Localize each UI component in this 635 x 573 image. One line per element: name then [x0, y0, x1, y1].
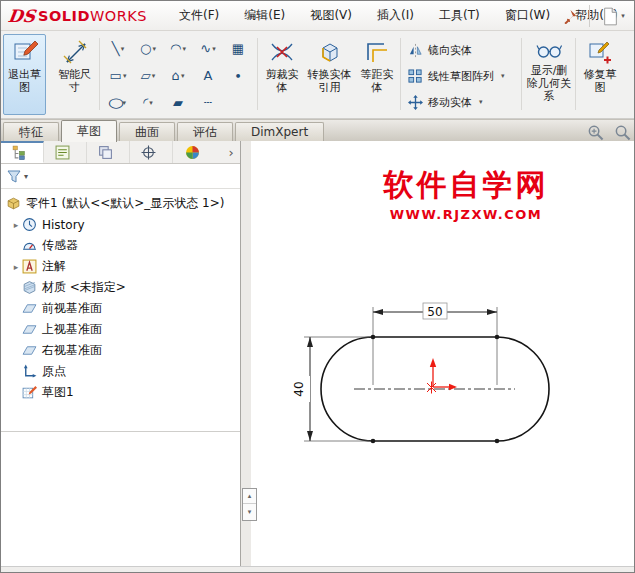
dropdown-caret[interactable]: ▾	[123, 72, 127, 80]
dimension-50[interactable]: 50	[373, 303, 497, 319]
plane-tool-button[interactable]: ▰	[163, 90, 193, 115]
display-delete-relations-button[interactable]: 显示/删除几何关系	[525, 34, 573, 115]
featuremanager-tab[interactable]	[1, 141, 44, 163]
zoom-fit-button[interactable]	[613, 123, 631, 141]
centerline-icon: ┄	[204, 95, 212, 110]
solidworks-logo: DS SOLID WORKS	[8, 5, 147, 27]
rectangle-tool-button[interactable]: ▭▾	[103, 63, 133, 88]
panel-tab-overflow-button[interactable]: ›	[222, 141, 240, 163]
pin-menu-button[interactable]	[559, 6, 579, 26]
tree-item-label: 前视基准面	[42, 300, 102, 317]
plane-icon	[22, 343, 37, 358]
mirror-entities-button[interactable]: 镜向实体	[403, 38, 477, 62]
offset-entities-button[interactable]: 等距实体	[357, 34, 397, 115]
expander-icon[interactable]: ▸	[10, 220, 22, 230]
convert-entities-label: 转换实体引用	[307, 68, 352, 94]
dropdown-caret[interactable]: ▾	[152, 72, 156, 80]
dimxpertmanager-tab[interactable]	[130, 141, 173, 163]
tree-root-part[interactable]: 零件1 (默认<<默认>_显示状态 1>)	[1, 193, 240, 214]
tree-item-history[interactable]: ▸ History	[1, 214, 240, 235]
menu-file[interactable]: 文件(F)	[169, 1, 229, 30]
propertymanager-tab[interactable]	[44, 141, 87, 163]
feature-manager-panel: › ▾ 零件1 (默认<<默认>_显示状态 1>) ▸	[1, 141, 241, 566]
sketch-picture-tool-button[interactable]: ▦	[223, 36, 253, 61]
display-color-wheel-icon	[185, 145, 200, 160]
dropdown-caret[interactable]: ▾	[479, 98, 483, 106]
tree-item-origin[interactable]: 原点	[1, 361, 240, 382]
dropdown-caret[interactable]: ▾	[501, 72, 505, 80]
spline-tool-button[interactable]: ∿▾	[193, 36, 223, 61]
splitter-up-button[interactable]: ▴	[243, 489, 256, 504]
new-document-button[interactable]: ▾	[597, 4, 631, 28]
tab-features[interactable]: 特征	[3, 122, 59, 142]
zoom-to-area-icon	[587, 124, 604, 141]
expander-icon[interactable]: ▸	[10, 262, 22, 272]
filter-dropdown-caret[interactable]: ▾	[24, 172, 28, 181]
plane-icon	[22, 322, 37, 337]
tree-item-annotations[interactable]: ▸ 注解	[1, 256, 240, 277]
dropdown-caret[interactable]: ▾	[152, 45, 156, 53]
point-tool-button[interactable]: ∙	[223, 63, 253, 88]
splitter-down-button[interactable]: ▾	[243, 504, 256, 519]
line-tool-button[interactable]: ╲▾	[103, 36, 133, 61]
featuremanager-tree-icon	[12, 145, 27, 160]
slot-icon: ▱	[141, 68, 151, 83]
configurationmanager-tab[interactable]	[87, 141, 130, 163]
tab-dimxpert[interactable]: DimXpert	[235, 122, 324, 142]
graphics-area[interactable]: 软件自学网 WWW.RJZXW.COM	[251, 141, 635, 566]
dimension-50-value[interactable]: 50	[427, 305, 442, 319]
convert-entities-button[interactable]: 转换实体引用	[306, 34, 353, 115]
ribbon-separator	[257, 38, 258, 110]
exit-sketch-button[interactable]: 退出草图	[3, 34, 46, 115]
centerline-tool-button[interactable]: ┄	[193, 90, 223, 115]
tree-item-top-plane[interactable]: 上视基准面	[1, 319, 240, 340]
menu-view[interactable]: 视图(V)	[300, 1, 362, 30]
dimension-40-value[interactable]: 40	[292, 381, 306, 396]
tree-item-label: 传感器	[42, 237, 78, 254]
part-icon	[6, 196, 21, 211]
tree-item-label: 草图1	[42, 384, 74, 401]
repair-sketch-label: 修复草图	[580, 68, 620, 94]
ellipse-tool-button[interactable]: ○▾	[103, 90, 133, 115]
dropdown-caret[interactable]: ▾	[181, 72, 185, 80]
move-entities-button[interactable]: 移动实体 ▾	[403, 90, 488, 114]
tab-surfaces[interactable]: 曲面	[119, 122, 175, 142]
plane-icon: ▰	[173, 95, 183, 110]
fillet-tool-button[interactable]: ◜▾	[133, 90, 163, 115]
displaymanager-tab[interactable]	[173, 141, 216, 163]
dropdown-caret[interactable]: ▾	[212, 45, 216, 53]
menu-bar: DS SOLID WORKS 文件(F) 编辑(E) 视图(V) 插入(I) 工…	[1, 1, 635, 31]
smart-dimension-button[interactable]: 智能尺寸	[53, 34, 96, 115]
sketch-origin[interactable]	[427, 358, 457, 394]
tab-evaluate[interactable]: 评估	[177, 122, 233, 142]
sketch-icon	[22, 385, 37, 400]
linear-sketch-pattern-button[interactable]: 线性草图阵列 ▾	[403, 64, 510, 88]
text-tool-button[interactable]: A	[193, 63, 223, 88]
menu-tools[interactable]: 工具(T)	[429, 1, 490, 30]
relations-eyeglasses-icon	[536, 39, 562, 61]
dropdown-caret[interactable]: ▾	[182, 45, 186, 53]
tree-item-sensors[interactable]: 传感器	[1, 235, 240, 256]
slot-tool-button[interactable]: ▱▾	[133, 63, 163, 88]
tree-item-material[interactable]: 材质 <未指定>	[1, 277, 240, 298]
zoom-to-area-button[interactable]	[586, 123, 604, 141]
dropdown-caret[interactable]: ▾	[121, 45, 125, 53]
menu-window[interactable]: 窗口(W)	[495, 1, 560, 30]
trim-entities-button[interactable]: 剪裁实体	[262, 34, 302, 115]
panel-splitter-line[interactable]	[1, 431, 240, 432]
tree-item-front-plane[interactable]: 前视基准面	[1, 298, 240, 319]
dropdown-caret[interactable]: ▾	[149, 99, 153, 107]
menu-edit[interactable]: 编辑(E)	[234, 1, 295, 30]
sketch-entity-tools: ╲▾ ○▾ ◠▾ ∿▾ ▦ ▭▾ ▱▾ ⌂▾ A ∙ ○▾ ◜▾ ▰ ┄	[103, 35, 253, 116]
filter-funnel-icon[interactable]	[7, 169, 21, 183]
tree-item-sketch1[interactable]: 草图1	[1, 382, 240, 403]
tab-sketch[interactable]: 草图	[61, 120, 117, 142]
tree-item-right-plane[interactable]: 右视基准面	[1, 340, 240, 361]
menu-insert[interactable]: 插入(I)	[367, 1, 424, 30]
arc-tool-button[interactable]: ◠▾	[163, 36, 193, 61]
circle-tool-button[interactable]: ○▾	[133, 36, 163, 61]
dropdown-caret[interactable]: ▾	[621, 12, 625, 20]
repair-sketch-button[interactable]: 修复草图	[579, 34, 621, 115]
menubar-separator	[589, 5, 590, 27]
polygon-tool-button[interactable]: ⌂▾	[163, 63, 193, 88]
